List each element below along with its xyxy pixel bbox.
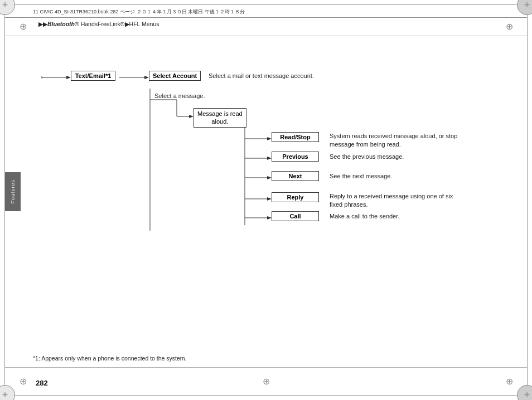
header-crosshair-left: ⊕ — [17, 21, 28, 32]
page-number: 282 — [36, 379, 48, 387]
reply-box: Reply — [272, 192, 319, 202]
select-message-label: Select a message. — [154, 92, 205, 100]
reply-desc: Reply to a received message using one of… — [330, 192, 453, 209]
page-footer: ⊕ ⊕ ⊕ 282 — [5, 367, 527, 395]
select-account-box: Select Account — [149, 71, 201, 81]
header-breadcrumb: ▶▶Bluetooth® HandsFreeLink®▶HFL Menus — [38, 21, 159, 27]
svg-marker-2 — [66, 76, 71, 79]
svg-marker-16 — [267, 176, 272, 179]
footnote: *1: Appears only when a phone is connect… — [33, 355, 187, 362]
svg-marker-20 — [267, 216, 272, 219]
previous-desc: See the previous message. — [330, 153, 404, 161]
header-line — [5, 17, 527, 18]
side-tab: Features — [5, 172, 21, 211]
page-header: 11 CIVIC 4D_SI-31TR36210.book 282 ページ ２０… — [5, 5, 527, 36]
svg-marker-18 — [267, 197, 272, 201]
main-content: Text/Email*1 Select Account Select a mai… — [22, 44, 510, 362]
read-stop-box: Read/Stop — [272, 132, 319, 142]
previous-box: Previous — [272, 152, 319, 162]
read-stop-desc: System reads received message aloud, or … — [330, 132, 457, 149]
diagram-area: Text/Email*1 Select Account Select a mai… — [33, 61, 510, 245]
footer-crosshair-left: ⊕ — [17, 375, 28, 387]
next-desc: See the next message. — [330, 172, 393, 181]
call-desc: Make a call to the sender. — [330, 212, 399, 221]
select-account-desc: Select a mail or text message account. — [209, 72, 314, 80]
text-email-box: Text/Email*1 — [71, 71, 115, 81]
svg-marker-4 — [144, 76, 149, 79]
page-border: 11 CIVIC 4D_SI-31TR36210.book 282 ページ ２０… — [4, 4, 528, 396]
footer-crosshair-right: ⊕ — [504, 375, 515, 387]
svg-marker-9 — [189, 115, 194, 118]
footer-crosshair-center: ⊕ — [260, 375, 272, 387]
jp-header-text: 11 CIVIC 4D_SI-31TR36210.book 282 ページ ２０… — [33, 8, 245, 16]
svg-marker-12 — [267, 137, 272, 140]
call-box: Call — [272, 211, 319, 221]
header-crosshair-right: ⊕ — [504, 21, 515, 32]
next-box: Next — [272, 171, 319, 181]
message-read-box: Message is readaloud. — [194, 108, 246, 128]
side-tab-label: Features — [10, 179, 16, 204]
svg-marker-14 — [267, 157, 272, 160]
